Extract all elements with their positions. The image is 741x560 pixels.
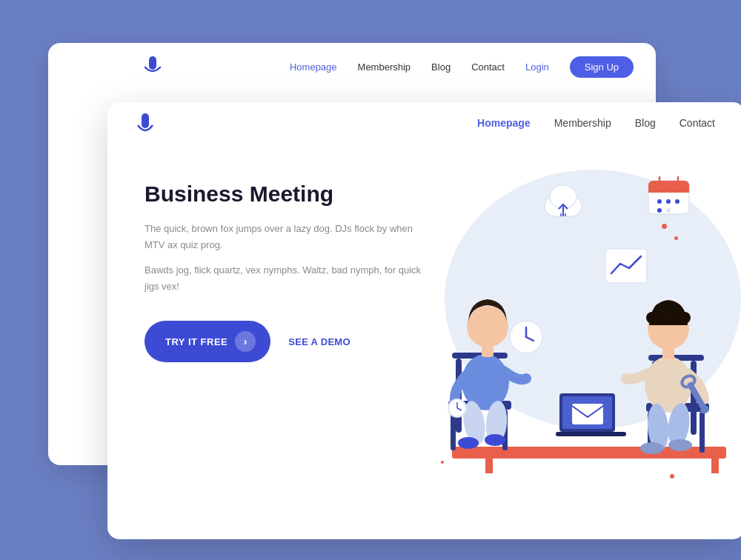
table-leg-right — [711, 457, 719, 473]
svg-rect-55 — [662, 346, 674, 359]
svg-rect-62 — [556, 432, 626, 436]
svg-rect-10 — [648, 188, 689, 193]
svg-point-48 — [668, 439, 692, 451]
try-it-free-button[interactable]: TRY IT FREE › — [144, 321, 270, 362]
svg-point-14 — [666, 199, 671, 204]
hero-title: Business Meeting — [144, 181, 426, 207]
dot-3 — [441, 461, 444, 464]
back-nav: Homepage Membership Blog Contact Login S… — [48, 43, 656, 91]
scene: Homepage Membership Blog Contact Login S… — [48, 43, 693, 517]
cloud-upload-icon — [537, 181, 589, 224]
svg-point-13 — [657, 199, 662, 204]
front-logo — [137, 113, 153, 141]
back-nav-login[interactable]: Login — [525, 61, 549, 73]
try-button-arrow-icon: › — [235, 331, 256, 352]
svg-point-54 — [663, 301, 674, 311]
back-nav-homepage[interactable]: Homepage — [290, 61, 337, 73]
front-nav: Homepage Membership Blog Contact — [107, 102, 741, 144]
svg-point-15 — [675, 199, 679, 204]
back-nav-signup-button[interactable]: Sign Up — [570, 56, 634, 78]
try-it-free-label: TRY IT FREE — [165, 336, 227, 347]
person-left — [445, 219, 556, 456]
hero-section: Business Meeting The quick, brown fox ju… — [107, 144, 741, 499]
laptop-icon — [556, 393, 626, 449]
calendar-icon — [645, 173, 693, 221]
svg-point-51 — [679, 312, 691, 324]
svg-point-32 — [485, 434, 505, 446]
svg-point-44 — [645, 356, 692, 413]
svg-point-17 — [666, 208, 671, 213]
back-nav-blog[interactable]: Blog — [431, 61, 451, 73]
front-nav-membership[interactable]: Membership — [554, 117, 611, 129]
svg-point-16 — [657, 208, 662, 213]
front-nav-homepage[interactable]: Homepage — [477, 117, 531, 129]
svg-point-31 — [458, 437, 479, 449]
svg-rect-61 — [572, 404, 603, 424]
dot-4 — [670, 474, 674, 479]
svg-point-33 — [467, 306, 508, 347]
hero-desc2: Bawds jog, flick quartz, vex nymphs. Wal… — [144, 262, 426, 295]
hero-buttons: TRY IT FREE › SEE A DEMO — [144, 321, 426, 362]
see-a-demo-link[interactable]: SEE A DEMO — [288, 336, 350, 347]
front-nav-blog[interactable]: Blog — [635, 117, 656, 129]
card-front: Homepage Membership Blog Contact Busines… — [107, 102, 741, 539]
hero-desc1: The quick, brown fox jumps over a lazy d… — [144, 221, 426, 253]
dot-2 — [674, 236, 678, 240]
svg-point-52 — [654, 304, 665, 314]
svg-point-50 — [646, 312, 658, 324]
back-logo — [144, 56, 161, 79]
svg-point-47 — [640, 442, 664, 454]
svg-rect-34 — [482, 344, 494, 357]
front-nav-contact[interactable]: Contact — [679, 117, 715, 129]
svg-rect-43 — [700, 412, 705, 453]
back-nav-membership[interactable]: Membership — [358, 61, 411, 73]
hero-text: Business Meeting The quick, brown fox ju… — [144, 159, 426, 362]
table-leg-left — [485, 457, 493, 473]
back-nav-contact[interactable]: Contact — [471, 61, 505, 73]
svg-rect-1 — [142, 113, 149, 128]
hero-illustration — [411, 159, 715, 499]
svg-rect-0 — [149, 56, 156, 70]
dot-1 — [662, 224, 667, 229]
